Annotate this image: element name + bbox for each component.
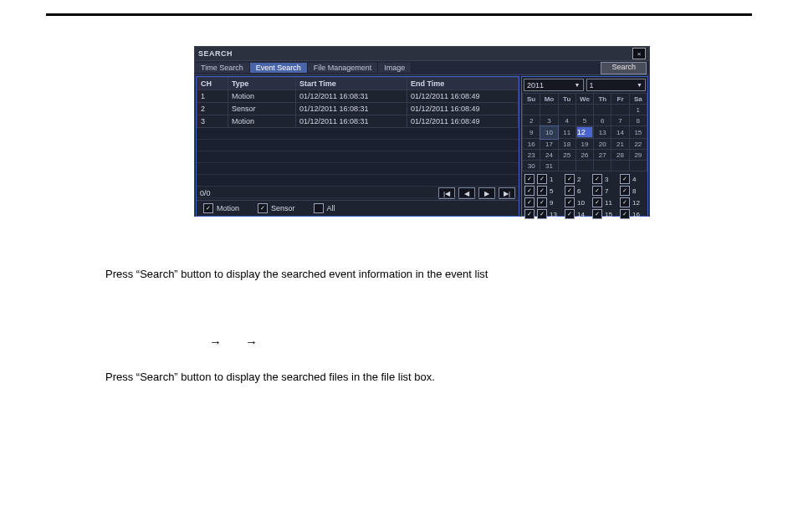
col-start: Start Time bbox=[296, 78, 407, 90]
month-select[interactable]: 1 ▼ bbox=[586, 79, 647, 91]
tab-time-search[interactable]: Time Search bbox=[195, 63, 250, 73]
calendar-day[interactable]: 8 bbox=[629, 115, 647, 126]
channel-row-master-checkbox[interactable] bbox=[524, 174, 535, 184]
calendar-day[interactable]: 1 bbox=[629, 105, 647, 115]
cell-end: 01/12/2011 16:08:49 bbox=[407, 115, 519, 128]
channel-checkbox[interactable] bbox=[537, 174, 547, 184]
channel-label: 2 bbox=[577, 176, 590, 183]
table-row[interactable]: 2 Sensor 01/12/2011 16:08:31 01/12/2011 … bbox=[197, 103, 519, 115]
tab-image[interactable]: Image bbox=[378, 63, 412, 73]
checkbox-icon[interactable] bbox=[203, 203, 213, 213]
checkbox-icon[interactable] bbox=[258, 203, 268, 213]
cell-start: 01/12/2011 16:08:31 bbox=[296, 115, 407, 128]
search-window: SEARCH × Time Search Event Search File M… bbox=[194, 46, 650, 217]
calendar-day[interactable]: 19 bbox=[575, 139, 593, 150]
calendar-day[interactable]: 25 bbox=[558, 150, 575, 161]
year-value: 2011 bbox=[527, 81, 544, 90]
calendar-day[interactable]: 7 bbox=[611, 115, 629, 126]
channel-checkbox[interactable] bbox=[592, 197, 602, 207]
month-value: 1 bbox=[590, 81, 594, 90]
channel-checkbox[interactable] bbox=[565, 174, 575, 184]
channel-checkbox[interactable] bbox=[620, 186, 630, 196]
filter-bar: Motion Sensor All bbox=[197, 200, 519, 216]
event-list-panel: CH Type Start Time End Time 1 Motion 01/… bbox=[196, 76, 519, 217]
calendar-day[interactable]: 12 bbox=[576, 126, 593, 138]
cell-start: 01/12/2011 16:08:31 bbox=[296, 90, 407, 103]
calendar-day[interactable]: 29 bbox=[629, 150, 647, 161]
calendar-day[interactable]: 4 bbox=[558, 115, 575, 126]
calendar-day[interactable]: 13 bbox=[594, 126, 611, 139]
calendar-day[interactable]: 24 bbox=[540, 150, 558, 161]
channel-row-master-checkbox[interactable] bbox=[524, 197, 535, 207]
channel-checkbox[interactable] bbox=[537, 209, 547, 219]
calendar-day[interactable]: 23 bbox=[523, 150, 540, 161]
calendar-day[interactable]: 31 bbox=[540, 161, 558, 171]
calendar-day[interactable]: 11 bbox=[558, 126, 575, 139]
arrow-sequence: →→ bbox=[209, 335, 281, 349]
search-button[interactable]: Search bbox=[601, 62, 647, 74]
filter-sensor[interactable]: Sensor bbox=[258, 203, 295, 213]
instruction-text-2: Press “Search” button to display the sea… bbox=[105, 371, 435, 383]
channel-grid: 12345678910111213141516 bbox=[522, 171, 647, 223]
filter-motion[interactable]: Motion bbox=[203, 203, 239, 213]
calendar-day[interactable]: 21 bbox=[611, 139, 629, 150]
channel-checkbox[interactable] bbox=[565, 197, 575, 207]
channel-label: 9 bbox=[550, 199, 562, 207]
channel-label: 12 bbox=[632, 199, 645, 207]
col-ch: CH bbox=[197, 78, 228, 90]
calendar-day bbox=[575, 105, 593, 115]
filter-label: Motion bbox=[217, 204, 239, 212]
calendar-day[interactable]: 9 bbox=[523, 126, 540, 139]
calendar-day[interactable]: 20 bbox=[594, 139, 611, 150]
channel-checkbox[interactable] bbox=[537, 197, 547, 207]
channel-row-master-checkbox[interactable] bbox=[524, 209, 535, 219]
channel-label: 8 bbox=[632, 187, 645, 195]
calendar-day[interactable]: 5 bbox=[575, 115, 593, 126]
calendar-day[interactable]: 16 bbox=[523, 139, 540, 150]
channel-checkbox[interactable] bbox=[537, 186, 547, 196]
year-select[interactable]: 2011 ▼ bbox=[524, 79, 584, 91]
filter-all[interactable]: All bbox=[314, 203, 335, 213]
tab-event-search[interactable]: Event Search bbox=[250, 63, 308, 73]
channel-checkbox[interactable] bbox=[620, 209, 630, 219]
channel-label: 1 bbox=[550, 176, 562, 183]
chevron-down-icon: ▼ bbox=[575, 82, 581, 88]
close-icon[interactable]: × bbox=[632, 48, 646, 59]
channel-checkbox[interactable] bbox=[592, 186, 602, 196]
col-type: Type bbox=[228, 78, 296, 90]
cell-start: 01/12/2011 16:08:31 bbox=[296, 103, 407, 115]
calendar-day[interactable]: 26 bbox=[575, 150, 593, 161]
calendar-day bbox=[575, 161, 593, 171]
tab-file-management[interactable]: File Management bbox=[308, 63, 379, 73]
calendar-day[interactable]: 3 bbox=[540, 115, 558, 126]
calendar-day[interactable]: 2 bbox=[523, 115, 540, 126]
col-end: End Time bbox=[407, 78, 519, 90]
filter-label: All bbox=[327, 204, 335, 212]
channel-label: 15 bbox=[605, 211, 617, 218]
calendar-day[interactable]: 17 bbox=[540, 139, 558, 150]
table-row[interactable]: 1 Motion 01/12/2011 16:08:31 01/12/2011 … bbox=[197, 90, 519, 103]
channel-checkbox[interactable] bbox=[620, 174, 630, 184]
channel-checkbox[interactable] bbox=[620, 197, 630, 207]
channel-checkbox[interactable] bbox=[592, 174, 602, 184]
checkbox-icon[interactable] bbox=[314, 203, 324, 213]
calendar-day[interactable]: 15 bbox=[629, 126, 647, 139]
calendar-day[interactable]: 22 bbox=[629, 139, 647, 150]
table-row[interactable]: 3 Motion 01/12/2011 16:08:31 01/12/2011 … bbox=[197, 115, 519, 128]
tab-row: Time Search Event Search File Management… bbox=[195, 61, 649, 75]
channel-checkbox[interactable] bbox=[592, 209, 602, 219]
calendar-day[interactable]: 10 bbox=[540, 126, 558, 139]
calendar-day[interactable]: 6 bbox=[594, 115, 611, 126]
channel-label: 3 bbox=[605, 176, 617, 183]
channel-checkbox[interactable] bbox=[565, 209, 575, 219]
channel-row-master-checkbox[interactable] bbox=[524, 186, 535, 196]
calendar-day[interactable]: 14 bbox=[611, 126, 629, 139]
calendar-day[interactable]: 30 bbox=[523, 161, 540, 171]
calendar-day[interactable]: 18 bbox=[558, 139, 575, 150]
calendar-dow: Th bbox=[594, 94, 611, 105]
channel-label: 14 bbox=[577, 211, 590, 218]
calendar-day[interactable]: 28 bbox=[611, 150, 629, 161]
channel-checkbox[interactable] bbox=[565, 186, 575, 196]
calendar-day[interactable]: 27 bbox=[594, 150, 611, 161]
page-top-rule bbox=[46, 13, 752, 16]
